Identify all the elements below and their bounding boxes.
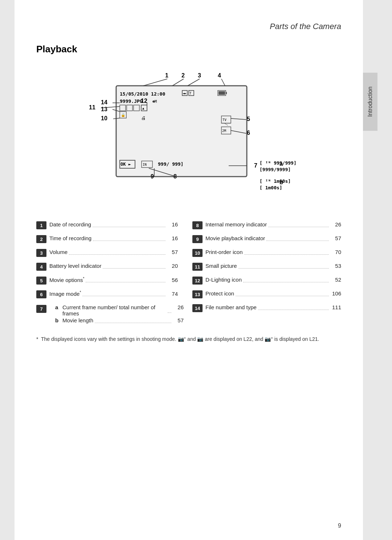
item-number: 6 (36, 290, 46, 298)
item-number: 9 (192, 235, 203, 243)
item-label: Movie playback indicator 57 (205, 235, 341, 241)
svg-text:[      1m00s]: [ 1m00s] (260, 185, 282, 190)
section-title: Playback (36, 44, 341, 55)
svg-text:7: 7 (254, 162, 257, 169)
svg-line-32 (143, 79, 167, 86)
diagram-area: 15/05/2010 12:00 ◄► T 9999.JPG ☻M (62, 62, 316, 215)
svg-text:1: 1 (165, 72, 168, 78)
item-label: File number and type 111 (205, 304, 341, 310)
svg-text:6: 6 (247, 130, 250, 136)
item-row: 9 Movie playback indicator 57 (192, 232, 341, 246)
svg-line-50 (231, 118, 246, 120)
svg-rect-24 (221, 127, 231, 134)
svg-rect-17 (120, 112, 126, 118)
footnote: * The displayed icons vary with the sett… (36, 335, 341, 343)
item-number: 7 (36, 305, 46, 313)
svg-line-48 (113, 118, 120, 119)
svg-text:🖨: 🖨 (141, 115, 146, 121)
item-row: 5 Movie options* 56 (36, 274, 178, 287)
item-label: Movie options* 56 (49, 277, 178, 283)
item-row: 12 D-Lighting icon 52 (192, 274, 341, 287)
svg-text:[ ᴵᴺ   1m00s]: [ ᴵᴺ 1m00s] (260, 178, 291, 184)
svg-text:IN: IN (143, 163, 147, 166)
page-title: Parts of the Camera (270, 22, 341, 31)
svg-rect-6 (218, 90, 226, 96)
svg-rect-28 (142, 161, 152, 168)
item-number: 8 (192, 221, 203, 229)
item-row: 7 a Current frame number/ total number o… (36, 301, 178, 326)
item-label: Battery level indicator 20 (49, 263, 178, 269)
svg-rect-8 (219, 91, 225, 95)
item-row: 4 Battery level indicator 20 (36, 260, 178, 274)
svg-text:2M: 2M (222, 129, 226, 133)
svg-text:14: 14 (101, 99, 107, 105)
svg-rect-11 (120, 105, 126, 111)
item-row: 8 Internal memory indicator 26 (192, 218, 341, 232)
items-grid: 1 Date of recording 16 2 Time of r (36, 218, 341, 326)
item-row: 3 Volume 57 (36, 246, 178, 260)
svg-rect-26 (120, 160, 135, 168)
svg-text:[ ᴵᴺ  999/999]: [ ᴵᴺ 999/999] (260, 160, 297, 166)
svg-line-52 (231, 130, 246, 133)
svg-line-23 (224, 123, 228, 125)
svg-rect-2 (182, 90, 187, 96)
svg-line-34 (172, 79, 184, 86)
svg-line-42 (113, 109, 120, 112)
item-label: Time of recording 16 (49, 235, 178, 241)
svg-text:5: 5 (247, 116, 250, 122)
svg-rect-0 (116, 86, 247, 177)
svg-text:▲: ▲ (142, 106, 144, 110)
svg-text:3: 3 (198, 72, 201, 78)
side-tab-label: Introduction (367, 86, 373, 117)
svg-text:9999.JPG: 9999.JPG (120, 98, 143, 104)
svg-line-36 (188, 79, 200, 86)
item-label: Small picture 53 (205, 263, 341, 269)
item-row: 11 Small picture 53 (192, 260, 341, 274)
svg-rect-15 (141, 105, 147, 111)
item-number: 1 (36, 221, 46, 229)
svg-text:999/ 999]: 999/ 999] (158, 161, 183, 167)
item-number: 5 (36, 277, 46, 285)
svg-rect-13 (134, 105, 139, 111)
item-number: 2 (36, 235, 46, 243)
svg-rect-14 (141, 105, 147, 111)
svg-text:9: 9 (151, 173, 154, 180)
item-number: 13 (192, 290, 203, 298)
item-row: 13 Protect icon 106 (192, 287, 341, 301)
svg-rect-12 (127, 105, 132, 111)
item-label: Date of recording 16 (49, 221, 178, 227)
item-label: Internal memory indicator 26 (205, 221, 341, 227)
svg-rect-20 (221, 116, 231, 123)
svg-text:◄►: ◄► (183, 92, 187, 95)
item-label: Volume 57 (49, 249, 178, 255)
svg-text:a: a (279, 161, 283, 167)
svg-line-38 (221, 79, 225, 86)
item-row: 1 Date of recording 16 (36, 218, 178, 232)
item-number: 4 (36, 263, 46, 271)
item-row: 2 Time of recording 16 (36, 232, 178, 246)
item-row: 14 File number and type 111 (192, 301, 341, 315)
item-number: 10 (192, 249, 203, 257)
item-number: 11 (192, 263, 203, 271)
svg-line-56 (149, 168, 176, 177)
item-row: 6 Image mode* 74 (36, 287, 178, 301)
item-number: 12 (192, 277, 203, 285)
svg-text:T: T (189, 92, 192, 95)
svg-text:🔒: 🔒 (121, 113, 126, 117)
item-label: Image mode* 74 (49, 290, 178, 297)
svg-text:13: 13 (101, 106, 107, 112)
svg-text:11: 11 (89, 104, 95, 110)
item-label: Print-order icon 70 (205, 249, 341, 255)
svg-rect-7 (226, 92, 227, 94)
svg-text:12: 12 (141, 98, 147, 104)
svg-text:b: b (279, 179, 283, 185)
svg-line-44 (101, 106, 120, 108)
item-label: Protect icon 106 (205, 290, 341, 297)
svg-text:[9999/9999]: [9999/9999] (260, 167, 291, 172)
page-number: 9 (338, 523, 341, 529)
svg-text:OK ►: OK ► (121, 162, 131, 167)
svg-text:8: 8 (173, 173, 177, 180)
svg-text:TV: TV (222, 118, 226, 122)
svg-rect-4 (189, 90, 194, 96)
side-tab: Introduction (363, 73, 377, 131)
